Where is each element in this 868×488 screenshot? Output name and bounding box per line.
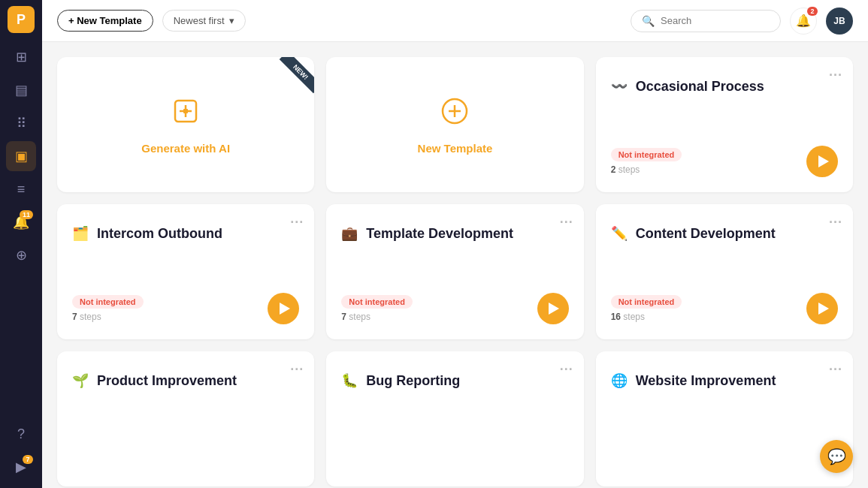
card-footer-template-dev: Not integrated 7 steps (341, 293, 568, 324)
card-menu-content-dev[interactable]: ··· (829, 215, 842, 230)
card-title-intercom: 🗂️ Intercom Outbound (72, 225, 299, 255)
content-area: Generate with AI New Template ··· 〰️ (42, 42, 868, 488)
avatar[interactable]: JB (826, 8, 853, 35)
card-occasional-process: ··· 〰️ Occasional Process Not integrated… (596, 57, 853, 192)
avatar-text: JB (833, 16, 845, 26)
chat-bubble[interactable]: 💬 (820, 440, 853, 473)
list-icon: ≡ (17, 182, 26, 197)
integrations-icon: ⊕ (16, 247, 27, 264)
card-menu-website[interactable]: ··· (829, 362, 842, 378)
card-content-development: ··· ✏️ Content Development Not integrate… (596, 204, 853, 339)
sidebar-item-grid[interactable]: ▤ (6, 75, 36, 105)
card-bug-reporting: ··· 🐛 Bug Reporting (326, 351, 583, 486)
card-footer-occasional: Not integrated 2 steps (611, 146, 838, 177)
grid-icon: ▤ (15, 82, 28, 98)
steps-label-template-dev: 7 steps (341, 312, 413, 322)
template-dev-emoji: 💼 (341, 226, 358, 241)
sidebar-logo[interactable]: P (8, 6, 35, 33)
sort-button[interactable]: Newest first ▾ (162, 10, 246, 32)
card-footer-left-intercom: Not integrated 7 steps (72, 295, 144, 322)
card-title-occasional: 〰️ Occasional Process (611, 78, 838, 107)
play-icon-template-dev (549, 303, 559, 315)
card-product-improvement: ··· 🌱 Product Improvement (57, 351, 314, 486)
new-template-button-label: + New Template (68, 15, 142, 26)
card-menu-intercom[interactable]: ··· (290, 215, 304, 230)
new-template-card-label: New Template (418, 142, 493, 155)
not-integrated-badge-occasional: Not integrated (611, 148, 682, 161)
play-badge: 7 (23, 455, 33, 464)
templates-icon: ▣ (15, 148, 28, 164)
not-integrated-badge-content-dev: Not integrated (611, 295, 682, 309)
sidebar-item-help[interactable]: ? (6, 419, 36, 449)
card-menu-bug[interactable]: ··· (560, 362, 573, 378)
sidebar: P ⊞ ▤ ⠿ ▣ ≡ 🔔 11 ⊕ ? ▶ 7 (0, 0, 42, 488)
notifications-badge: 11 (20, 210, 33, 219)
run-button-template-dev[interactable] (537, 293, 569, 324)
card-title-website: 🌐 Website Improvement (611, 372, 838, 402)
steps-label-intercom: 7 steps (72, 312, 144, 322)
card-menu-template-dev[interactable]: ··· (560, 215, 573, 230)
play-icon-occasional (818, 155, 829, 167)
notification-button[interactable]: 🔔 2 (790, 8, 817, 35)
svg-rect-3 (183, 109, 188, 113)
card-footer-left-occasional: Not integrated 2 steps (611, 148, 682, 175)
template-grid: Generate with AI New Template ··· 〰️ (57, 57, 853, 486)
occasional-emoji: 〰️ (611, 79, 628, 94)
dashboard-icon: ⊞ (16, 49, 27, 65)
new-template-button[interactable]: + New Template (57, 10, 153, 32)
notification-badge: 2 (807, 7, 818, 16)
run-button-intercom[interactable] (268, 293, 299, 324)
card-menu-product[interactable]: ··· (290, 362, 304, 378)
not-integrated-badge-intercom: Not integrated (72, 295, 144, 309)
generate-icon (169, 95, 202, 134)
card-menu-occasional[interactable]: ··· (829, 68, 842, 83)
apps-icon: ⠿ (17, 115, 26, 131)
card-footer-left-content-dev: Not integrated 16 steps (611, 295, 682, 322)
main-content: + New Template Newest first ▾ 🔍 🔔 2 JB (42, 0, 868, 488)
website-emoji: 🌐 (611, 373, 628, 388)
sidebar-item-list[interactable]: ≡ (6, 174, 36, 204)
chevron-down-icon: ▾ (229, 15, 234, 26)
card-title-content-dev: ✏️ Content Development (611, 225, 838, 255)
steps-label-content-dev: 16 steps (611, 312, 682, 322)
new-badge (272, 57, 314, 99)
new-template-card-icon (438, 95, 471, 134)
intercom-emoji: 🗂️ (72, 226, 89, 241)
sort-label: Newest first (174, 15, 225, 26)
content-dev-emoji: ✏️ (611, 226, 628, 241)
sidebar-item-dashboard[interactable]: ⊞ (6, 42, 36, 72)
generate-label: Generate with AI (141, 142, 230, 155)
card-title-bug: 🐛 Bug Reporting (341, 372, 568, 402)
search-icon: 🔍 (642, 15, 655, 27)
product-emoji: 🌱 (72, 373, 89, 388)
logo-text: P (17, 12, 26, 28)
card-footer-content-dev: Not integrated 16 steps (611, 293, 838, 324)
play-icon-intercom (280, 303, 290, 315)
notification-icon: 🔔 (796, 14, 811, 28)
help-icon: ? (17, 426, 25, 442)
sidebar-item-integrations[interactable]: ⊕ (6, 240, 36, 270)
card-new-template[interactable]: New Template (326, 57, 583, 192)
sidebar-item-notifications[interactable]: 🔔 11 (6, 207, 36, 237)
card-website-improvement: ··· 🌐 Website Improvement (596, 351, 853, 486)
card-template-development: ··· 💼 Template Development Not integrate… (326, 204, 583, 339)
sidebar-item-apps[interactable]: ⠿ (6, 108, 36, 138)
play-icon-content-dev (818, 303, 829, 315)
run-button-content-dev[interactable] (806, 293, 838, 324)
card-generate-ai[interactable]: Generate with AI (57, 57, 314, 192)
search-input[interactable] (661, 15, 770, 26)
card-footer-intercom: Not integrated 7 steps (72, 293, 299, 324)
header: + New Template Newest first ▾ 🔍 🔔 2 JB (42, 0, 868, 42)
chat-icon: 💬 (827, 447, 846, 465)
sidebar-item-templates[interactable]: ▣ (6, 141, 36, 171)
bug-emoji: 🐛 (341, 373, 358, 388)
sidebar-item-play[interactable]: ▶ 7 (6, 452, 36, 482)
card-footer-left-template-dev: Not integrated 7 steps (341, 295, 413, 322)
card-title-product: 🌱 Product Improvement (72, 372, 299, 402)
search-box: 🔍 (631, 10, 781, 32)
not-integrated-badge-template-dev: Not integrated (341, 295, 413, 309)
card-intercom-outbound: ··· 🗂️ Intercom Outbound Not integrated … (57, 204, 314, 339)
run-button-occasional[interactable] (806, 146, 838, 177)
card-title-template-dev: 💼 Template Development (341, 225, 568, 255)
steps-label-occasional: 2 steps (611, 164, 682, 175)
